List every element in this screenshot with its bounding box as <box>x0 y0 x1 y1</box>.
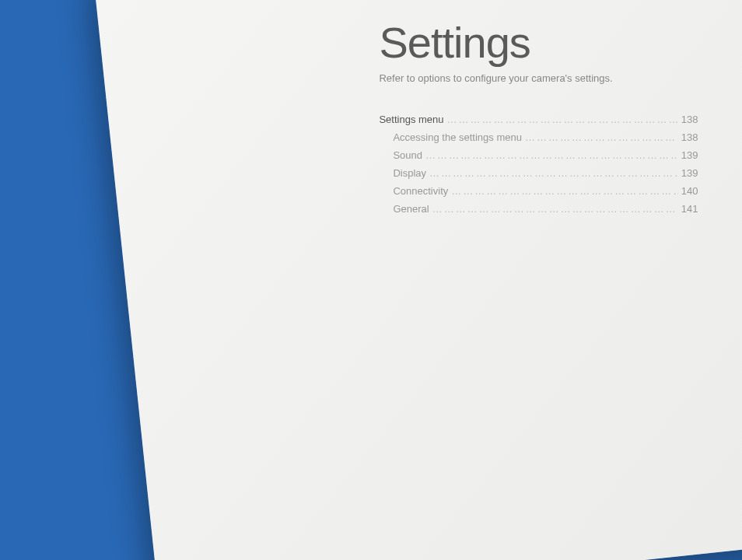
toc-entry-sub[interactable]: Accessing the settings menu 138 <box>379 131 698 143</box>
document-page: Settings Refer to options to configure y… <box>93 0 742 560</box>
toc-label: General <box>393 203 429 215</box>
toc-page-number: 141 <box>681 203 698 215</box>
page-subtitle: Refer to options to configure your camer… <box>379 72 742 84</box>
toc-page-number: 138 <box>681 131 698 143</box>
toc-label: Settings menu <box>379 114 443 125</box>
toc-entry-sub[interactable]: Connectivity 140 <box>379 185 698 197</box>
page-title: Settings <box>379 17 742 68</box>
toc-label: Accessing the settings menu <box>393 131 521 143</box>
toc-leader-dots <box>425 149 678 161</box>
toc-label: Display <box>393 167 426 179</box>
toc-label: Sound <box>393 149 422 161</box>
toc-leader-dots <box>525 131 678 143</box>
page-content: Settings Refer to options to configure y… <box>379 17 742 221</box>
table-of-contents: Settings menu 138 Accessing the settings… <box>379 114 698 215</box>
toc-entry-sub[interactable]: General 141 <box>379 203 698 215</box>
toc-leader-dots <box>447 114 678 125</box>
toc-leader-dots <box>429 167 678 179</box>
toc-leader-dots <box>432 203 678 215</box>
toc-entry-sub[interactable]: Display 139 <box>379 167 698 179</box>
toc-label: Connectivity <box>393 185 448 197</box>
toc-page-number: 139 <box>681 167 698 179</box>
toc-page-number: 140 <box>681 185 698 197</box>
toc-entry-sub[interactable]: Sound 139 <box>379 149 698 161</box>
toc-page-number: 139 <box>681 149 698 161</box>
toc-page-number: 138 <box>681 114 698 125</box>
toc-leader-dots <box>451 185 677 197</box>
toc-entry-main[interactable]: Settings menu 138 <box>379 114 698 125</box>
